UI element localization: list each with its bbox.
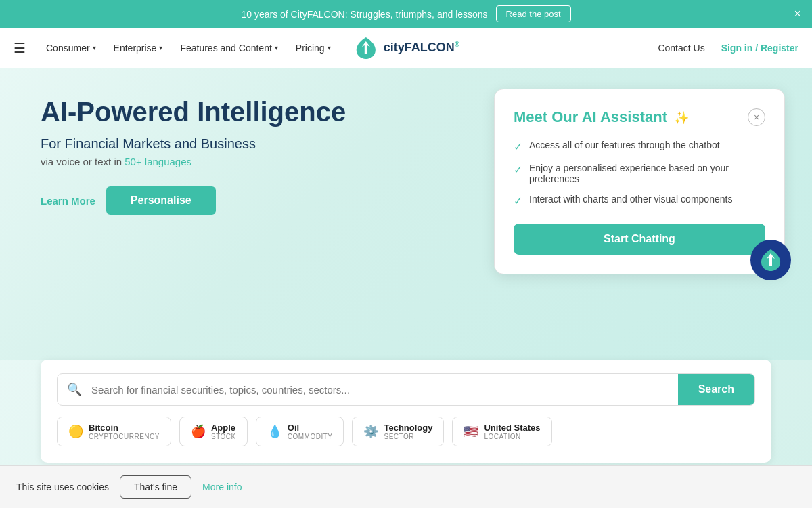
site-logo[interactable]: cityFALCON® <box>353 36 459 60</box>
hero-sub2: via voice or text in 50+ languages <box>41 156 413 167</box>
ai-feature-item: ✓ Access all of our features through the… <box>514 140 765 153</box>
hamburger-icon[interactable]: ☰ <box>14 40 26 56</box>
chip-oil[interactable]: 💧 Oil COMMODITY <box>256 417 344 446</box>
chevron-down-icon: ▾ <box>275 44 278 51</box>
more-info-link[interactable]: More info <box>202 482 242 492</box>
personalise-button[interactable]: Personalise <box>106 186 216 215</box>
chip-bitcoin[interactable]: 🟡 Bitcoin CRYPTOCURRENCY <box>57 417 171 446</box>
ai-feature-item: ✓ Interact with charts and other visual … <box>514 194 765 207</box>
search-icon: 🔍 <box>58 382 91 397</box>
check-icon: ✓ <box>514 140 522 153</box>
contact-us-link[interactable]: Contact Us <box>658 43 704 54</box>
accept-cookies-button[interactable]: That's fine <box>120 475 191 499</box>
ai-avatar <box>750 240 791 280</box>
chip-united-states[interactable]: 🇺🇸 United States LOCATION <box>452 417 551 446</box>
search-chips: 🟡 Bitcoin CRYPTOCURRENCY 🍎 Apple STOCK 💧… <box>57 417 755 446</box>
us-flag-icon: 🇺🇸 <box>464 424 478 439</box>
cookie-text: This site uses cookies <box>16 482 109 492</box>
ai-features-list: ✓ Access all of our features through the… <box>514 140 765 207</box>
search-bar: 🔍 Search <box>57 373 755 406</box>
read-post-button[interactable]: Read the post <box>496 5 571 22</box>
oil-icon: 💧 <box>267 424 282 439</box>
navbar-right: Contact Us Sign in / Register <box>658 43 798 54</box>
nav-consumer[interactable]: Consumer ▾ <box>39 37 103 59</box>
ai-feature-item: ✓ Enjoy a personalised experience based … <box>514 163 765 184</box>
sparkle-icon: ✨ <box>674 111 689 125</box>
navbar: ☰ Consumer ▾ Enterprise ▾ Features and C… <box>0 28 812 68</box>
hero-subtitle: For Financial Markets and Business <box>41 136 413 152</box>
nav-pricing[interactable]: Pricing ▾ <box>289 37 338 59</box>
nav-links: Consumer ▾ Enterprise ▾ Features and Con… <box>39 37 338 59</box>
check-icon: ✓ <box>514 194 522 207</box>
bitcoin-icon: 🟡 <box>68 424 83 439</box>
hero-content: AI-Powered Intelligence For Financial Ma… <box>41 96 413 215</box>
chevron-down-icon: ▾ <box>328 44 331 51</box>
banner-text: 10 years of CityFALCON: Struggles, trium… <box>241 9 487 20</box>
apple-icon: 🍎 <box>191 424 206 439</box>
chip-technology[interactable]: ⚙️ Technology SECTOR <box>352 417 444 446</box>
ai-card-close-button[interactable]: × <box>748 108 765 126</box>
languages-link[interactable]: 50+ languages <box>125 156 191 167</box>
search-button[interactable]: Search <box>678 374 754 405</box>
hero-title: AI-Powered Intelligence <box>41 96 413 128</box>
ai-card-title: Meet Our AI Assistant ✨ <box>514 108 689 126</box>
technology-icon: ⚙️ <box>363 424 378 439</box>
chevron-down-icon: ▾ <box>159 44 162 51</box>
nav-features[interactable]: Features and Content ▾ <box>173 37 284 59</box>
logo-text: cityFALCON® <box>384 41 459 55</box>
ai-assistant-card: Meet Our AI Assistant ✨ × ✓ Access all o… <box>494 89 785 274</box>
sign-in-link[interactable]: Sign in / Register <box>721 43 798 54</box>
navbar-left: ☰ Consumer ▾ Enterprise ▾ Features and C… <box>14 37 338 59</box>
close-banner-button[interactable]: × <box>794 7 801 21</box>
search-input[interactable] <box>91 375 678 405</box>
check-icon: ✓ <box>514 163 522 176</box>
chip-apple[interactable]: 🍎 Apple STOCK <box>179 417 248 446</box>
learn-more-button[interactable]: Learn More <box>41 195 95 207</box>
chevron-down-icon: ▾ <box>93 44 96 51</box>
nav-enterprise[interactable]: Enterprise ▾ <box>107 37 170 59</box>
search-section: 🔍 Search 🟡 Bitcoin CRYPTOCURRENCY 🍎 Appl… <box>41 360 771 463</box>
top-banner: 10 years of CityFALCON: Struggles, trium… <box>0 0 812 28</box>
hero-section: AI-Powered Intelligence For Financial Ma… <box>0 68 812 360</box>
cookie-banner: This site uses cookies That's fine More … <box>0 465 812 508</box>
search-wrapper: 🔍 Search 🟡 Bitcoin CRYPTOCURRENCY 🍎 Appl… <box>0 360 812 483</box>
ai-card-header: Meet Our AI Assistant ✨ × <box>514 108 765 126</box>
start-chatting-button[interactable]: Start Chatting <box>514 224 765 255</box>
hero-buttons: Learn More Personalise <box>41 186 413 215</box>
